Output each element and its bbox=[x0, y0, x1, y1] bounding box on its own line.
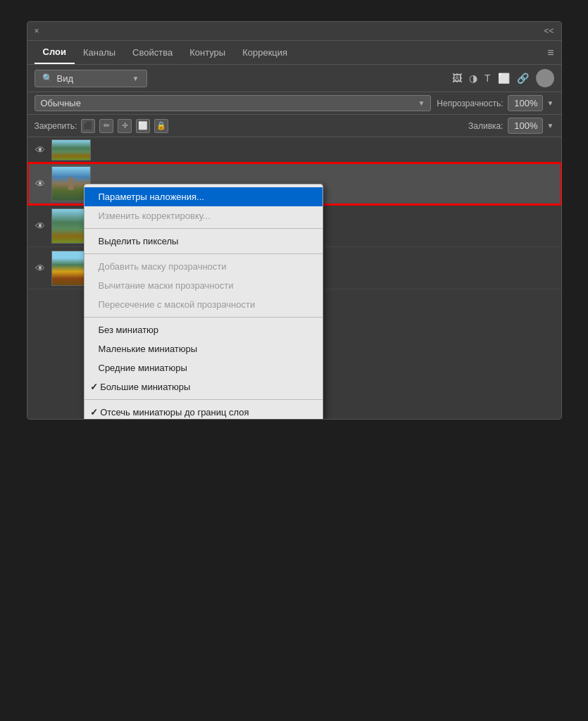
lock-move-button[interactable]: ✛ bbox=[118, 119, 132, 133]
chevron-down-icon-blend: ▼ bbox=[418, 99, 425, 107]
visibility-eye-top[interactable]: 👁 bbox=[33, 144, 47, 156]
opacity-value[interactable]: 100% bbox=[508, 95, 543, 111]
layers-panel: × << Слои Каналы Свойства Контуры Коррек… bbox=[27, 21, 562, 420]
title-bar: × << bbox=[27, 22, 561, 41]
visibility-eye-autumn[interactable]: 👁 bbox=[33, 263, 47, 274]
menu-item-blend-options[interactable]: Параметры наложения... bbox=[85, 187, 323, 206]
opacity-label: Непрозрачность: bbox=[437, 99, 503, 108]
layer-thumb-top bbox=[51, 139, 91, 161]
tab-correction[interactable]: Коррекция bbox=[234, 42, 296, 63]
lock-artboard-button[interactable]: ⬜ bbox=[136, 119, 150, 133]
opacity-group: Непрозрачность: 100% ▼ bbox=[437, 95, 553, 111]
menu-item-small-thumbnails[interactable]: Маленькие миниатюры bbox=[85, 339, 323, 358]
search-icon: 🔍 bbox=[42, 73, 53, 83]
lock-pixels-button[interactable]: ⬛ bbox=[81, 119, 95, 133]
circle-half-icon[interactable]: ◑ bbox=[469, 73, 477, 84]
separator-4 bbox=[85, 399, 323, 400]
collapse-button[interactable]: << bbox=[544, 26, 553, 36]
text-icon[interactable]: T bbox=[484, 73, 491, 84]
fill-arrow[interactable]: ▼ bbox=[547, 122, 554, 130]
view-label: Вид bbox=[57, 73, 74, 84]
fill-group: Заливка: 100% ▼ bbox=[468, 118, 553, 134]
layer-row-top[interactable]: 👁 bbox=[27, 137, 561, 163]
tabs-menu-icon[interactable]: ≡ bbox=[547, 46, 553, 59]
visibility-eye-nature[interactable]: 👁 bbox=[33, 220, 47, 232]
separator-1 bbox=[85, 228, 323, 229]
lock-paint-button[interactable]: ✏ bbox=[99, 119, 113, 133]
layers-area: 👁 👁 Параметры наложения... Изменить корр… bbox=[27, 137, 561, 419]
fill-label: Заливка: bbox=[468, 121, 503, 131]
lock-all-button[interactable]: 🔒 bbox=[154, 119, 168, 133]
menu-item-medium-thumbnails[interactable]: Средние миниатюры bbox=[85, 358, 323, 377]
layer-row-eiffel[interactable]: 👁 Параметры наложения... Изменить коррек… bbox=[27, 163, 561, 205]
menu-item-no-thumbnails[interactable]: Без миниатюр bbox=[85, 320, 323, 339]
menu-item-edit-adjustment: Изменить корректировку... bbox=[85, 206, 323, 225]
blend-mode-dropdown[interactable]: Обычные ▼ bbox=[35, 95, 432, 111]
blend-mode-label: Обычные bbox=[41, 98, 81, 108]
tab-channels[interactable]: Каналы bbox=[75, 42, 124, 63]
toolbar-row-2: Обычные ▼ Непрозрачность: 100% ▼ bbox=[27, 92, 561, 115]
tab-paths[interactable]: Контуры bbox=[181, 42, 234, 63]
toggle-button[interactable] bbox=[536, 69, 554, 87]
toolbar-row-1: 🔍 Вид ▼ 🖼 ◑ T ⬜ 🔗 bbox=[27, 65, 561, 92]
close-button[interactable]: × bbox=[35, 26, 39, 36]
separator-3 bbox=[85, 317, 323, 318]
tab-properties[interactable]: Свойства bbox=[124, 42, 181, 63]
view-dropdown[interactable]: 🔍 Вид ▼ bbox=[35, 70, 147, 87]
layer-icons-row: 🖼 ◑ T ⬜ 🔗 bbox=[452, 69, 554, 87]
menu-item-large-thumbnails[interactable]: Большие миниатюры bbox=[85, 377, 323, 396]
chevron-down-icon: ▼ bbox=[132, 75, 139, 82]
opacity-arrow[interactable]: ▼ bbox=[547, 99, 554, 107]
menu-item-subtract-mask: Вычитание маски прозрачности bbox=[85, 276, 323, 295]
fill-value[interactable]: 100% bbox=[508, 118, 543, 134]
context-menu: Параметры наложения... Изменить корректи… bbox=[84, 184, 323, 420]
link-icon[interactable]: 🔗 bbox=[517, 73, 529, 84]
menu-item-select-pixels[interactable]: Выделить пикселы bbox=[85, 232, 323, 251]
visibility-eye-eiffel[interactable]: 👁 bbox=[33, 178, 47, 189]
lock-label: Закрепить: bbox=[35, 121, 77, 131]
menu-item-intersect-mask: Пересечение с маской прозрачности bbox=[85, 295, 323, 314]
menu-item-add-mask: Добавить маску прозрачности bbox=[85, 257, 323, 276]
tab-layers[interactable]: Слои bbox=[35, 41, 75, 64]
tabs-bar: Слои Каналы Свойства Контуры Коррекция ≡ bbox=[27, 41, 561, 65]
image-icon[interactable]: 🖼 bbox=[452, 73, 462, 84]
toolbar-row-3: Закрепить: ⬛ ✏ ✛ ⬜ 🔒 Заливка: 100% ▼ bbox=[27, 115, 561, 137]
transform-icon[interactable]: ⬜ bbox=[498, 73, 510, 84]
separator-2 bbox=[85, 253, 323, 254]
menu-item-clip-to-layer[interactable]: Отсечь миниатюры до границ слоя bbox=[85, 403, 323, 420]
